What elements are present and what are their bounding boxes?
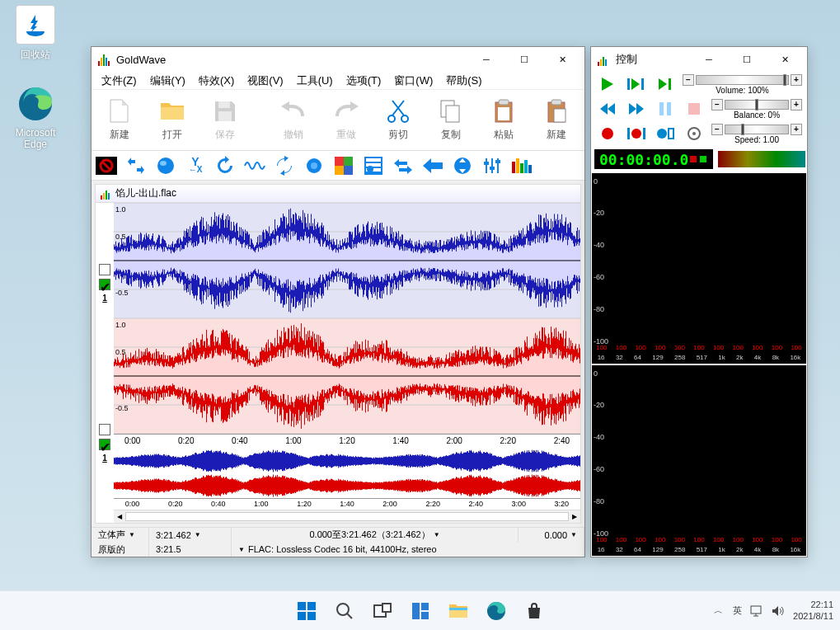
status-cursor[interactable]: 0.000▼	[519, 528, 584, 543]
network-icon[interactable]	[750, 604, 763, 618]
edge-taskbar-button[interactable]	[480, 595, 513, 628]
time-ruler[interactable]: 0:000:200:401:001:201:402:002:202:40	[114, 434, 580, 449]
overview-ruler[interactable]: 0:000:200:401:001:201:402:002:202:403:00…	[114, 498, 580, 510]
fx-wave-icon[interactable]	[242, 153, 268, 179]
fx-pitch-icon[interactable]	[360, 153, 387, 179]
menu-edit[interactable]: 编辑(Y)	[143, 72, 192, 89]
redo-button[interactable]: 重做	[320, 92, 373, 148]
recycle-bin[interactable]: 回收站	[5, 5, 66, 62]
led-green-icon	[700, 156, 706, 162]
paste-button[interactable]: 粘贴	[477, 92, 530, 148]
horizontal-scrollbar[interactable]: ◀▶	[114, 510, 580, 523]
status-length[interactable]: 3:21.462▼	[149, 528, 232, 543]
paste-icon	[490, 98, 517, 125]
clock[interactable]: 22:11 2021/8/11	[793, 599, 833, 621]
maximize-button[interactable]: ☐	[505, 47, 543, 72]
svg-rect-27	[484, 162, 489, 165]
explorer-button[interactable]	[442, 595, 475, 628]
record-selection-button[interactable]	[622, 123, 650, 144]
menu-tools[interactable]: 工具(U)	[290, 72, 340, 89]
pause-button[interactable]	[650, 98, 679, 120]
volume-icon[interactable]	[772, 604, 785, 618]
menu-window[interactable]: 窗口(W)	[387, 72, 439, 89]
svg-rect-44	[643, 128, 645, 139]
svg-rect-20	[335, 157, 344, 166]
balance-slider[interactable]: −+	[711, 99, 802, 110]
cut-button[interactable]: 剪切	[373, 92, 425, 148]
fx-rotate-icon[interactable]	[212, 153, 238, 179]
save-button[interactable]: 保存	[199, 92, 251, 148]
fx-flip-icon[interactable]	[271, 153, 298, 179]
time-display[interactable]: 00:00:00.0	[594, 149, 713, 169]
close-button[interactable]: ✕	[543, 47, 581, 72]
speed-slider[interactable]: −+	[711, 124, 802, 135]
fx-yx-icon[interactable]: Y←X	[182, 153, 209, 179]
document-titlebar[interactable]: 馅儿-出山.flac	[96, 185, 580, 203]
overview-waveform[interactable]	[114, 449, 580, 498]
channel-1-controls[interactable]: ✔1	[96, 203, 114, 363]
ctrl-close-button[interactable]: ✕	[766, 47, 804, 72]
waveform-right-channel[interactable]: 1.00.5-0.5	[114, 318, 580, 434]
svg-rect-42	[627, 128, 630, 139]
fx-cancel-icon[interactable]	[93, 153, 120, 179]
fx-gear-icon[interactable]	[301, 153, 327, 179]
spectrum-top[interactable]: 0-20-40-60-80-10010010010010010010010010…	[592, 173, 806, 364]
ctrl-minimize-button[interactable]: ─	[690, 47, 728, 72]
menu-help[interactable]: 帮助(S)	[439, 72, 488, 89]
forward-button[interactable]	[622, 98, 650, 120]
fx-eq-icon[interactable]	[479, 153, 505, 179]
status-mode[interactable]: 立体声▼	[92, 528, 149, 543]
undo-button[interactable]: 撤销	[267, 92, 320, 148]
copy-button[interactable]: 复制	[425, 92, 477, 148]
svg-rect-61	[449, 608, 467, 610]
store-button[interactable]	[518, 595, 551, 628]
edge-icon[interactable]: Microsoft Edge	[5, 84, 66, 150]
fx-updown-icon[interactable]	[449, 153, 476, 179]
volume-slider[interactable]: −+	[683, 74, 802, 86]
play-end-button[interactable]	[650, 73, 679, 95]
play-button[interactable]	[593, 73, 622, 95]
speed-control: −+ Speed: 1.00	[708, 124, 805, 144]
settings-button[interactable]	[679, 123, 708, 144]
widgets-button[interactable]	[404, 595, 437, 628]
menu-effects[interactable]: 特效(X)	[192, 72, 241, 89]
record-button[interactable]	[593, 123, 622, 144]
svg-rect-2	[218, 111, 232, 121]
fx-color-icon[interactable]	[331, 153, 357, 179]
main-titlebar[interactable]: GoldWave ─ ☐ ✕	[92, 47, 584, 72]
search-button[interactable]	[328, 595, 361, 628]
minimize-button[interactable]: ─	[467, 47, 505, 72]
fx-spectrum-icon[interactable]	[509, 153, 535, 179]
ime-indicator[interactable]: 英	[733, 604, 742, 617]
spectrum-bottom[interactable]: 0-20-40-60-80-10010010010010010010010010…	[592, 365, 806, 556]
taskview-button[interactable]	[366, 595, 399, 628]
menu-options[interactable]: 选项(T)	[340, 72, 388, 89]
start-button[interactable]	[290, 595, 323, 628]
new-button[interactable]: 新建	[93, 92, 146, 148]
svg-rect-52	[307, 612, 316, 620]
record-new-button[interactable]	[650, 123, 679, 144]
fx-arrows-icon[interactable]	[123, 153, 149, 179]
stop-button[interactable]	[679, 98, 708, 120]
fx-swap-icon[interactable]	[390, 153, 416, 179]
menu-file[interactable]: 文件(Z)	[95, 72, 143, 89]
menu-view[interactable]: 视图(V)	[241, 72, 289, 89]
tray-chevron-icon[interactable]: ︿	[711, 604, 725, 618]
status-codec[interactable]: ▼FLAC: Lossless Codec 16 bit, 44100Hz, s…	[232, 543, 584, 557]
fx-left-icon[interactable]	[420, 153, 446, 179]
svg-rect-63	[751, 606, 761, 614]
waveform-left-channel[interactable]: 1.00.5-0.5	[114, 203, 580, 318]
rewind-button[interactable]	[593, 98, 622, 120]
edge-logo-icon	[16, 84, 55, 124]
channel-2-controls[interactable]: ✔1	[96, 363, 114, 523]
fx-sphere-icon[interactable]	[153, 153, 179, 179]
svg-rect-39	[667, 102, 671, 115]
svg-rect-49	[298, 602, 306, 610]
open-button[interactable]: 打开	[146, 92, 199, 148]
svg-point-19	[311, 162, 317, 169]
control-titlebar[interactable]: 控制 ─ ☐ ✕	[591, 47, 807, 72]
ctrl-maximize-button[interactable]: ☐	[728, 47, 766, 72]
play-selection-button[interactable]	[622, 73, 650, 95]
status-selection[interactable]: 0.000至3:21.462（3:21.462）▼	[232, 528, 519, 543]
paste-new-button[interactable]: 新建	[530, 92, 583, 148]
